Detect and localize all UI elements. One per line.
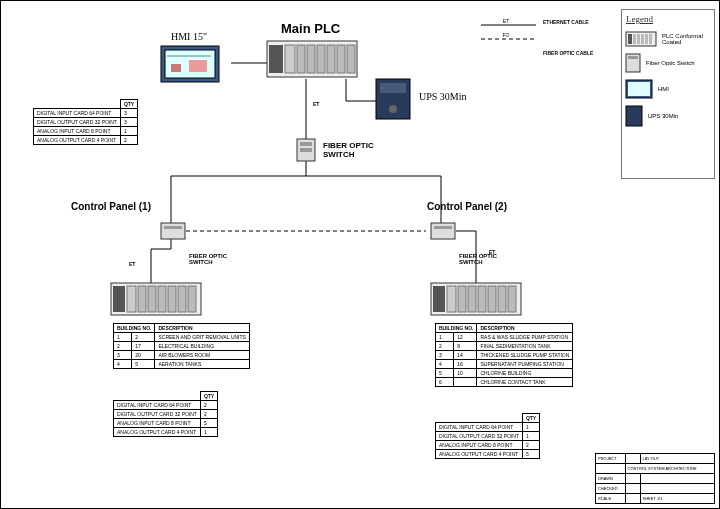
svg-rect-63 [637,34,640,44]
svg-rect-26 [337,45,345,73]
fos2-label: FIBER OPTIC SWITCH [459,253,497,265]
table-row: DIGITAL OUTPUT CARD 32 POINT3 [34,118,138,127]
ups-mini-icon [626,106,642,126]
cable-legend: ET FO ETHERNET CABLE FIBER OPTIC CABLE [481,19,611,50]
svg-rect-16 [171,64,181,72]
table-row: 6CHLORINE CONTACT TANK [436,378,573,387]
svg-rect-25 [327,45,335,73]
table-row: ANALOG INPUT CARD 8 POINT1 [34,127,138,136]
table-row: 28FINAL SEDIMENTATION TANK [436,342,573,351]
svg-rect-23 [307,45,315,73]
svg-rect-66 [649,34,652,44]
table-row: DIGITAL INPUT CARD 64 POINT2 [114,401,218,410]
legend-item: Fiber Optic Switch [626,54,710,72]
fos1-label: FIBER OPTIC SWITCH [189,253,227,265]
svg-rect-50 [458,286,466,312]
plc1-icon [111,283,201,317]
svg-rect-46 [188,286,196,312]
io-cards-top: QTY DIGITAL INPUT CARD 64 POINT3 DIGITAL… [33,99,138,145]
et-label-cp1: ET [129,261,135,267]
ups-label: UPS 30Min [419,91,467,102]
ups-icon [376,79,412,121]
svg-rect-39 [113,286,125,312]
fos-mini-icon [626,54,640,72]
svg-rect-35 [164,226,182,229]
svg-rect-68 [628,56,638,59]
svg-rect-53 [488,286,496,312]
svg-rect-33 [300,148,312,152]
fos-center-label: FIBER OPTIC SWITCH [323,141,374,159]
svg-rect-27 [347,45,355,73]
panel2-buildings: BUILDING NO.DESCRIPTION 112RAS & WAS SLU… [435,323,573,387]
table-row: 112RAS & WAS SLUDGE PUMP STATION [436,333,573,342]
svg-rect-17 [189,60,207,72]
svg-rect-44 [168,286,176,312]
cp1-title: Control Panel (1) [71,201,151,212]
svg-rect-40 [127,286,136,312]
svg-rect-49 [447,286,456,312]
svg-rect-22 [297,45,305,73]
panel2-cards: QTY DIGITAL INPUT CARD 64 POINT1 DIGITAL… [435,413,540,459]
table-row: 45AERATION TANKS [114,360,250,369]
hmi-mini-icon [626,80,652,98]
svg-rect-41 [138,286,146,312]
table-row: 314THICKENED SLUDGE PUMP STATION [436,351,573,360]
svg-text:ET: ET [503,18,509,24]
fos1-icon [161,223,185,239]
titleblock: PROJECTLAY OUT CONTROL SYSTEM ARCHITECTU… [595,453,715,504]
legend-item: UPS 30Min [626,106,710,126]
svg-rect-52 [478,286,486,312]
hmi-icon [161,46,221,86]
plc-mini-icon [626,32,656,46]
legend-item: HMI [626,80,710,98]
panel1-buildings: BUILDING NO.DESCRIPTION 12SCREEN AND GRI… [113,323,250,369]
svg-rect-55 [508,286,516,312]
svg-rect-62 [633,34,636,44]
svg-rect-45 [178,286,186,312]
table-row: ANALOG OUTPUT CARD 4 POINT1 [114,428,218,437]
legend-item: PLC Conformal Coated [626,32,710,46]
svg-rect-29 [380,83,406,93]
plc-icon [267,41,357,79]
svg-rect-70 [628,82,650,96]
panel1-cards: QTY DIGITAL INPUT CARD 64 POINT2 DIGITAL… [113,391,218,437]
plc2-icon [431,283,521,317]
svg-rect-54 [498,286,506,312]
fos2-icon [431,223,455,239]
svg-rect-24 [317,45,325,73]
svg-rect-43 [158,286,166,312]
wiring-svg [1,1,720,509]
svg-rect-65 [645,34,648,44]
table-row: 320AIR BLOWERS ROOM [114,351,250,360]
svg-rect-64 [641,34,644,44]
table-row: 416SUPERNATANT PUMPING STATION [436,360,573,369]
table-row: DIGITAL OUTPUT CARD 32 POINT1 [436,432,540,441]
svg-rect-61 [628,34,632,44]
fos-center-icon [297,139,315,161]
svg-point-30 [389,105,397,113]
legend-panel: Legend PLC Conformal Coated Fiber Optic … [621,9,715,179]
table-row: DIGITAL INPUT CARD 64 POINT3 [34,109,138,118]
svg-rect-48 [433,286,445,312]
table-row: ANALOG OUTPUT CARD 4 POINT5 [436,450,540,459]
hmi-label: HMI 15" [171,31,207,42]
et-label-main: ET [313,101,319,107]
table-row: DIGITAL OUTPUT CARD 32 POINT2 [114,410,218,419]
table-row: 510CHLORINE BUILDING [436,369,573,378]
svg-text:FO: FO [503,32,510,38]
svg-rect-36 [431,223,455,239]
svg-rect-32 [300,142,312,146]
svg-rect-37 [434,226,452,229]
table-row: ANALOG INPUT CARD 8 POINT5 [114,419,218,428]
table-row: ANALOG INPUT CARD 8 POINT2 [436,441,540,450]
svg-rect-21 [285,45,295,73]
table-row: ANALOG OUTPUT CARD 4 POINT2 [34,136,138,145]
svg-rect-71 [626,106,642,126]
table-row: 12SCREEN AND GRIT REMOVAL UNITS [114,333,250,342]
main-plc-title: Main PLC [281,21,340,36]
svg-rect-42 [148,286,156,312]
legend-title: Legend [626,14,710,24]
table-row: 217ELECTRICAL BUILDING [114,342,250,351]
svg-rect-20 [269,45,283,73]
svg-rect-51 [468,286,476,312]
